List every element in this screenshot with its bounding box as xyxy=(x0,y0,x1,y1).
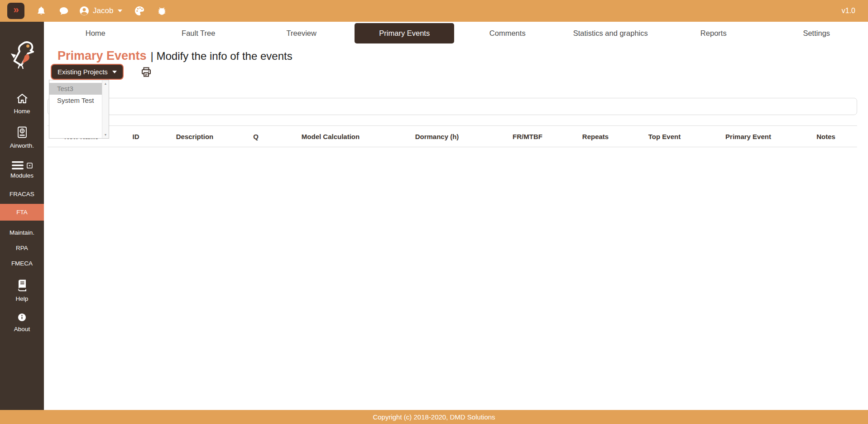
chevron-down-icon xyxy=(118,10,122,12)
app-root: » Jacob v1.0 xyxy=(0,0,868,424)
print-button[interactable] xyxy=(141,67,152,77)
tab-statistics-and-graphics[interactable]: Statistics and graphics xyxy=(559,29,662,38)
sidebar-item-label: About xyxy=(14,326,30,332)
sidebar-item-label: FRACAS xyxy=(10,191,34,198)
dropdown-option-system-test[interactable]: System Test xyxy=(49,95,102,106)
scroll-down-arrow-icon[interactable]: ▼ xyxy=(104,133,107,136)
sidebar-toggle-button[interactable]: » xyxy=(7,3,24,19)
tab-reports[interactable]: Reports xyxy=(662,29,765,38)
chat-bubble-icon[interactable] xyxy=(58,6,70,16)
user-name: Jacob xyxy=(93,6,113,15)
page-title: Primary Events| Modify the info of the e… xyxy=(58,49,293,63)
column-header-id: ID xyxy=(115,133,156,140)
main-content: Home Fault Tree Treeview Primary Events … xyxy=(44,22,868,410)
column-header-fr-mtbf: FR/MTBF xyxy=(491,133,564,140)
column-header-repeats: Repeats xyxy=(564,133,627,140)
tab-primary-events[interactable]: Primary Events xyxy=(353,23,456,43)
page-title-accent: Primary Events xyxy=(58,49,147,63)
dropdown-scrollbar[interactable]: ▲ ▼ xyxy=(102,80,109,138)
sidebar-item-label: FTA xyxy=(16,209,28,216)
footer: Copyright (c) 2018-2020, DMD Solutions xyxy=(0,410,868,424)
column-header-model-calculation: Model Calculation xyxy=(278,133,383,140)
project-name-input[interactable] xyxy=(48,98,857,115)
column-header-primary-event: Primary Event xyxy=(702,133,795,140)
tab-bar: Home Fault Tree Treeview Primary Events … xyxy=(44,22,868,44)
existing-projects-dropdown: Test3 System Test ▲ ▼ xyxy=(49,80,109,139)
chevron-down-icon xyxy=(112,71,117,73)
tab-home[interactable]: Home xyxy=(44,29,147,38)
sidebar-item-home[interactable]: Home xyxy=(0,93,44,115)
airworthiness-book-icon xyxy=(17,126,27,140)
sidebar-item-about[interactable]: About xyxy=(0,313,44,332)
dropdown-window-icon xyxy=(27,163,33,169)
column-header-notes: Notes xyxy=(795,133,857,140)
page-subtitle: | Modify the info of the events xyxy=(151,50,293,62)
bug-icon[interactable] xyxy=(157,5,167,16)
modules-menu-icon xyxy=(12,161,33,170)
existing-projects-button[interactable]: Existing Projects xyxy=(51,64,124,80)
column-header-q: Q xyxy=(233,133,278,140)
dropdown-option-list: Test3 System Test xyxy=(49,80,102,106)
sidebar-item-fracas[interactable]: FRACAS xyxy=(0,191,44,198)
table-header-row: New Name ID Description Q Model Calculat… xyxy=(48,125,857,147)
double-chevron-icon: » xyxy=(13,5,18,15)
dropdown-option-test3[interactable]: Test3 xyxy=(49,83,102,95)
sidebar-item-modules[interactable]: Modules xyxy=(0,161,44,179)
sidebar-item-label: Maintain. xyxy=(10,229,34,236)
toolbar: Existing Projects xyxy=(51,64,152,80)
robin-bird-logo-icon xyxy=(8,40,36,70)
app-logo[interactable] xyxy=(8,40,36,72)
sidebar-item-label: Modules xyxy=(10,172,34,179)
column-header-description: Description xyxy=(156,133,233,140)
sidebar: Home Airworth. Modules FRACAS FTA Mainta… xyxy=(0,22,44,410)
column-header-top-event: Top Event xyxy=(627,133,702,140)
home-icon xyxy=(16,93,28,106)
info-circle-icon xyxy=(18,313,26,323)
topbar: » Jacob v1.0 xyxy=(0,0,868,22)
column-header-dormancy: Dormancy (h) xyxy=(383,133,491,140)
tab-comments[interactable]: Comments xyxy=(456,29,559,38)
help-book-icon xyxy=(17,279,27,293)
sidebar-item-fta[interactable]: FTA xyxy=(0,204,44,221)
sidebar-item-rpa[interactable]: RPA xyxy=(0,245,44,251)
sidebar-item-fmeca[interactable]: FMECA xyxy=(0,260,44,267)
scroll-up-arrow-icon[interactable]: ▲ xyxy=(104,82,107,85)
sidebar-item-label: Help xyxy=(16,295,29,302)
sidebar-item-maintain[interactable]: Maintain. xyxy=(0,229,44,236)
tab-treeview[interactable]: Treeview xyxy=(250,29,353,38)
tab-fault-tree[interactable]: Fault Tree xyxy=(147,29,250,38)
sidebar-item-label: FMECA xyxy=(11,260,33,267)
palette-icon[interactable] xyxy=(134,5,145,16)
sidebar-item-label: RPA xyxy=(16,245,28,251)
printer-icon xyxy=(141,67,152,77)
sidebar-item-label: Airworth. xyxy=(10,142,34,149)
sidebar-item-help[interactable]: Help xyxy=(0,279,44,302)
notifications-bell-icon[interactable] xyxy=(36,5,46,16)
person-circle-icon xyxy=(79,5,90,16)
tab-settings[interactable]: Settings xyxy=(765,29,868,38)
existing-projects-button-label: Existing Projects xyxy=(58,68,108,76)
version-label: v1.0 xyxy=(842,7,861,15)
copyright-text: Copyright (c) 2018-2020, DMD Solutions xyxy=(373,413,495,421)
sidebar-item-label: Home xyxy=(14,108,30,115)
user-menu[interactable]: Jacob xyxy=(79,5,122,16)
sidebar-item-airworthiness[interactable]: Airworth. xyxy=(0,126,44,149)
